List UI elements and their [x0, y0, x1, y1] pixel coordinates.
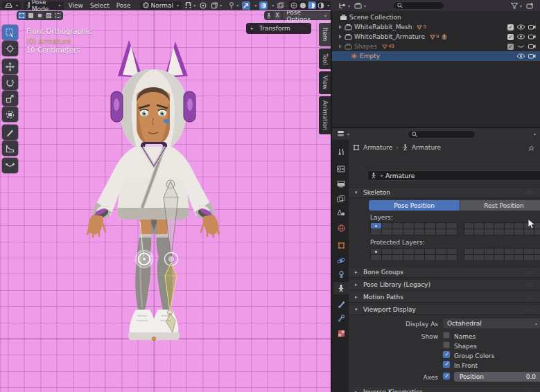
in-front-checkbox[interactable] — [443, 361, 450, 368]
layer-toggle-cell[interactable] — [474, 229, 483, 235]
layer-toggle-cell[interactable] — [425, 223, 435, 229]
tab-physics[interactable] — [333, 254, 349, 267]
tool-select-box-button[interactable] — [2, 25, 18, 40]
editor-type-button[interactable]: ▾ — [2, 1, 21, 10]
layer-toggle-cell[interactable] — [446, 255, 457, 260]
layer-toggle-cell[interactable] — [382, 249, 392, 254]
select-mode-extend-button[interactable] — [27, 12, 35, 19]
menu-select[interactable]: Select — [88, 2, 112, 9]
layer-toggle-cell[interactable] — [485, 229, 494, 235]
layer-toggle-cell[interactable] — [494, 229, 503, 235]
layer-toggle-cell[interactable] — [464, 223, 473, 229]
layer-toggle-cell[interactable] — [392, 223, 403, 229]
layer-toggle-cell[interactable] — [436, 223, 446, 229]
tab-object-data-armature[interactable] — [333, 282, 349, 294]
tab-object-constraints[interactable] — [333, 268, 349, 280]
expand-arrow-icon[interactable] — [339, 25, 342, 29]
layer-toggle-cell[interactable] — [446, 229, 457, 235]
outliner-display-mode-dropdown[interactable]: ▾ — [338, 1, 351, 10]
outliner-row-whiterabbit-mesh[interactable]: WhiteRabbit_Mesh 9 ✓ — [332, 22, 540, 32]
layer-toggle-cell[interactable] — [415, 255, 425, 260]
panel-header-pose-library[interactable]: ▸Pose Library (Legacy):::: — [349, 279, 540, 290]
menu-view[interactable]: View — [67, 2, 85, 9]
layer-toggle-cell[interactable] — [524, 249, 533, 254]
properties-search-input[interactable] — [408, 130, 476, 139]
layer-toggle-cell[interactable] — [534, 229, 540, 235]
transform-pivot-dropdown[interactable]: ▾ — [228, 1, 239, 10]
layer-toggle-cell[interactable] — [415, 229, 425, 235]
layer-toggle-cell[interactable] — [485, 223, 494, 229]
tab-object[interactable] — [333, 239, 349, 251]
layer-toggle-cell[interactable] — [436, 255, 446, 260]
sidebar-tab-animation[interactable]: Animation — [319, 96, 331, 134]
tool-move-button[interactable] — [2, 59, 18, 74]
disable-render-camera-icon[interactable] — [528, 53, 536, 59]
layer-toggle-cell[interactable] — [534, 249, 540, 254]
exclude-checkbox[interactable]: ✓ — [507, 34, 514, 40]
tab-world[interactable] — [333, 222, 349, 234]
mode-selector[interactable]: Pose Mode ▾ — [24, 1, 64, 10]
layer-toggle-cell[interactable] — [494, 255, 503, 260]
outliner-row-empty[interactable]: Empty — [332, 51, 540, 61]
panel-header-inverse-kinematics[interactable]: ▸Inverse Kinematics:::: — [349, 386, 540, 392]
armature-name-field[interactable]: ▾ Armature — [367, 170, 540, 181]
layer-toggle-cell[interactable] — [371, 223, 381, 229]
tab-texture[interactable] — [333, 327, 349, 339]
tab-view-layer[interactable] — [333, 193, 349, 205]
expand-arrow-icon[interactable] — [339, 35, 342, 39]
axes-checkbox[interactable] — [443, 373, 450, 380]
disable-render-camera-icon[interactable] — [528, 44, 536, 49]
breadcrumb-object[interactable]: Armature — [363, 144, 392, 151]
viewport-3d[interactable]: X Pose Options▾ Front Orthographic (0) A… — [0, 10, 332, 392]
layer-toggle-cell[interactable] — [485, 255, 494, 260]
layer-toggle-cell[interactable] — [403, 223, 414, 229]
layer-toggle-cell[interactable] — [464, 255, 473, 260]
shapes-checkbox[interactable] — [443, 341, 450, 348]
shading-wireframe-button[interactable] — [290, 1, 298, 9]
names-checkbox[interactable] — [443, 332, 450, 339]
layer-toggle-cell[interactable] — [514, 229, 523, 235]
panel-header-viewport-display[interactable]: ▾Viewport Display:::: — [349, 304, 540, 315]
rest-position-button[interactable]: Rest Position — [460, 200, 540, 211]
layer-toggle-cell[interactable] — [371, 229, 381, 235]
layer-toggle-cell[interactable] — [436, 249, 446, 254]
layer-toggle-cell[interactable] — [403, 229, 414, 235]
display-as-dropdown[interactable]: Octahedral ▾ — [443, 319, 540, 328]
tool-pose-breakdowner-button[interactable] — [2, 158, 18, 173]
layer-toggle-cell[interactable] — [415, 223, 425, 229]
tab-scene[interactable] — [333, 206, 349, 219]
outliner-filter-button[interactable]: ▾ — [510, 1, 523, 10]
layer-toggle-cell[interactable] — [382, 223, 392, 229]
layer-toggle-cell[interactable] — [403, 249, 414, 254]
layer-toggle-cell[interactable] — [505, 255, 514, 260]
tool-rotate-button[interactable] — [2, 75, 18, 90]
layer-toggle-cell[interactable] — [415, 249, 425, 254]
select-mode-subtract-button[interactable] — [36, 12, 44, 19]
layer-toggle-cell[interactable] — [534, 255, 540, 260]
layer-toggle-cell[interactable] — [514, 249, 523, 254]
pose-position-button[interactable]: Pose Position — [369, 200, 460, 211]
outliner-row-shapes[interactable]: Shapes 49 ✓ — [332, 42, 540, 51]
layer-toggle-cell[interactable] — [464, 249, 473, 254]
layer-toggle-cell[interactable] — [505, 229, 514, 235]
new-collection-button[interactable] — [525, 1, 534, 10]
shading-solid-button[interactable] — [299, 1, 307, 9]
exclude-checkbox[interactable]: ✓ — [507, 24, 514, 30]
pose-options-dropdown[interactable]: Pose Options▾ — [283, 12, 330, 19]
proportional-editing-toggle[interactable] — [259, 1, 268, 10]
axes-position-slider[interactable]: Position 0.0 — [454, 372, 540, 382]
proportional-falloff-icon[interactable] — [199, 1, 207, 10]
tool-measure-button[interactable] — [2, 141, 18, 156]
layer-toggle-cell[interactable] — [425, 249, 435, 254]
panel-header-skeleton[interactable]: ▾Skeleton:::: — [349, 187, 540, 198]
properties-options-dropdown[interactable]: ▾ — [534, 132, 536, 136]
tab-bone[interactable] — [333, 298, 349, 310]
layer-toggle-cell[interactable] — [382, 229, 392, 235]
layer-toggle-cell[interactable] — [474, 255, 483, 260]
layer-toggle-cell[interactable] — [514, 223, 523, 229]
hide-eye-closed-icon[interactable] — [517, 44, 525, 49]
layer-toggle-cell[interactable] — [464, 229, 473, 235]
layer-toggle-cell[interactable] — [474, 249, 483, 254]
tab-tool[interactable] — [333, 145, 349, 158]
layer-toggle-cell[interactable] — [425, 229, 435, 235]
